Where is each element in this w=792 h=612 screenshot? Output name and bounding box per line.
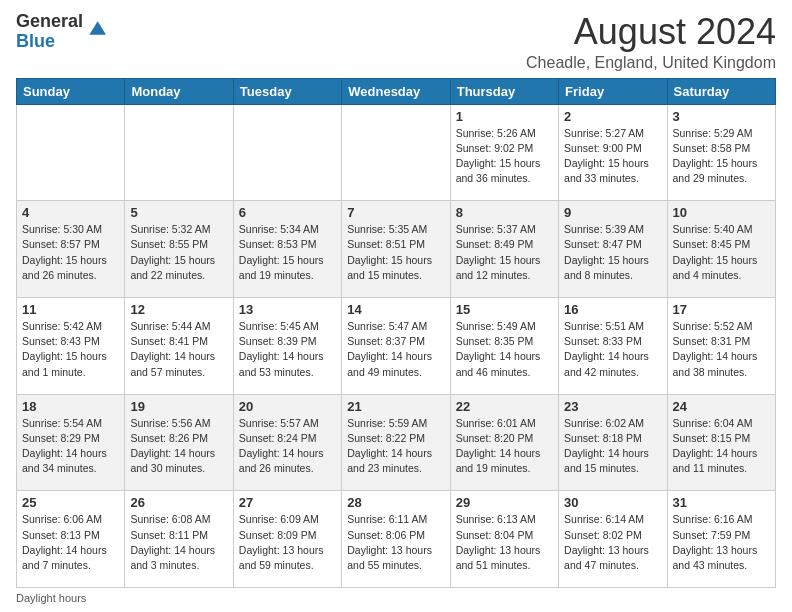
day-number: 8 [456,205,553,220]
day-info: Sunrise: 5:35 AM Sunset: 8:51 PM Dayligh… [347,222,444,283]
day-info: Sunrise: 6:13 AM Sunset: 8:04 PM Dayligh… [456,512,553,573]
calendar-cell-3-3: 13Sunrise: 5:45 AM Sunset: 8:39 PM Dayli… [233,297,341,394]
calendar-cell-5-5: 29Sunrise: 6:13 AM Sunset: 8:04 PM Dayli… [450,491,558,588]
calendar-cell-4-6: 23Sunrise: 6:02 AM Sunset: 8:18 PM Dayli… [559,394,667,491]
logo: General Blue [16,12,106,52]
calendar-cell-2-4: 7Sunrise: 5:35 AM Sunset: 8:51 PM Daylig… [342,201,450,298]
calendar-cell-5-2: 26Sunrise: 6:08 AM Sunset: 8:11 PM Dayli… [125,491,233,588]
day-number: 6 [239,205,336,220]
day-number: 19 [130,399,227,414]
day-info: Sunrise: 6:16 AM Sunset: 7:59 PM Dayligh… [673,512,770,573]
day-info: Sunrise: 5:52 AM Sunset: 8:31 PM Dayligh… [673,319,770,380]
day-info: Sunrise: 5:57 AM Sunset: 8:24 PM Dayligh… [239,416,336,477]
day-info: Sunrise: 6:08 AM Sunset: 8:11 PM Dayligh… [130,512,227,573]
calendar-body: 1Sunrise: 5:26 AM Sunset: 9:02 PM Daylig… [17,104,776,587]
calendar-cell-3-4: 14Sunrise: 5:47 AM Sunset: 8:37 PM Dayli… [342,297,450,394]
calendar-cell-4-5: 22Sunrise: 6:01 AM Sunset: 8:20 PM Dayli… [450,394,558,491]
day-info: Sunrise: 5:49 AM Sunset: 8:35 PM Dayligh… [456,319,553,380]
calendar-cell-5-3: 27Sunrise: 6:09 AM Sunset: 8:09 PM Dayli… [233,491,341,588]
calendar-cell-5-7: 31Sunrise: 6:16 AM Sunset: 7:59 PM Dayli… [667,491,775,588]
day-number: 21 [347,399,444,414]
calendar-cell-1-2 [125,104,233,201]
day-info: Sunrise: 6:04 AM Sunset: 8:15 PM Dayligh… [673,416,770,477]
calendar-cell-1-7: 3Sunrise: 5:29 AM Sunset: 8:58 PM Daylig… [667,104,775,201]
calendar-cell-3-5: 15Sunrise: 5:49 AM Sunset: 8:35 PM Dayli… [450,297,558,394]
calendar-cell-5-1: 25Sunrise: 6:06 AM Sunset: 8:13 PM Dayli… [17,491,125,588]
week-row-4: 18Sunrise: 5:54 AM Sunset: 8:29 PM Dayli… [17,394,776,491]
calendar-cell-1-3 [233,104,341,201]
day-info: Sunrise: 5:45 AM Sunset: 8:39 PM Dayligh… [239,319,336,380]
day-info: Sunrise: 6:14 AM Sunset: 8:02 PM Dayligh… [564,512,661,573]
day-number: 17 [673,302,770,317]
day-number: 31 [673,495,770,510]
day-number: 27 [239,495,336,510]
logo-text: General Blue [16,12,106,52]
day-info: Sunrise: 5:51 AM Sunset: 8:33 PM Dayligh… [564,319,661,380]
header-wednesday: Wednesday [342,78,450,104]
day-info: Sunrise: 5:27 AM Sunset: 9:00 PM Dayligh… [564,126,661,187]
day-number: 14 [347,302,444,317]
day-number: 9 [564,205,661,220]
calendar-cell-2-2: 5Sunrise: 5:32 AM Sunset: 8:55 PM Daylig… [125,201,233,298]
calendar-cell-2-6: 9Sunrise: 5:39 AM Sunset: 8:47 PM Daylig… [559,201,667,298]
day-number: 20 [239,399,336,414]
day-number: 11 [22,302,119,317]
day-number: 24 [673,399,770,414]
day-number: 28 [347,495,444,510]
header-friday: Friday [559,78,667,104]
day-number: 30 [564,495,661,510]
day-number: 22 [456,399,553,414]
month-title: August 2024 [526,12,776,52]
calendar-cell-1-4 [342,104,450,201]
calendar-cell-1-1 [17,104,125,201]
calendar-cell-2-7: 10Sunrise: 5:40 AM Sunset: 8:45 PM Dayli… [667,201,775,298]
day-number: 3 [673,109,770,124]
header: General Blue August 2024 Cheadle, Englan… [16,12,776,72]
location: Cheadle, England, United Kingdom [526,54,776,72]
calendar-cell-3-1: 11Sunrise: 5:42 AM Sunset: 8:43 PM Dayli… [17,297,125,394]
day-info: Sunrise: 6:01 AM Sunset: 8:20 PM Dayligh… [456,416,553,477]
day-number: 5 [130,205,227,220]
day-info: Sunrise: 5:29 AM Sunset: 8:58 PM Dayligh… [673,126,770,187]
day-number: 7 [347,205,444,220]
header-monday: Monday [125,78,233,104]
day-number: 25 [22,495,119,510]
day-info: Sunrise: 5:42 AM Sunset: 8:43 PM Dayligh… [22,319,119,380]
weekday-header-row: Sunday Monday Tuesday Wednesday Thursday… [17,78,776,104]
day-number: 26 [130,495,227,510]
day-info: Sunrise: 5:59 AM Sunset: 8:22 PM Dayligh… [347,416,444,477]
day-number: 12 [130,302,227,317]
week-row-5: 25Sunrise: 6:06 AM Sunset: 8:13 PM Dayli… [17,491,776,588]
calendar-cell-4-4: 21Sunrise: 5:59 AM Sunset: 8:22 PM Dayli… [342,394,450,491]
calendar-cell-1-5: 1Sunrise: 5:26 AM Sunset: 9:02 PM Daylig… [450,104,558,201]
day-info: Sunrise: 5:26 AM Sunset: 9:02 PM Dayligh… [456,126,553,187]
day-number: 29 [456,495,553,510]
logo-general: General [16,11,83,31]
header-tuesday: Tuesday [233,78,341,104]
logo-blue: Blue [16,31,55,51]
day-number: 10 [673,205,770,220]
day-info: Sunrise: 5:47 AM Sunset: 8:37 PM Dayligh… [347,319,444,380]
day-number: 13 [239,302,336,317]
week-row-2: 4Sunrise: 5:30 AM Sunset: 8:57 PM Daylig… [17,201,776,298]
calendar-header: Sunday Monday Tuesday Wednesday Thursday… [17,78,776,104]
svg-marker-0 [89,21,106,34]
day-info: Sunrise: 5:39 AM Sunset: 8:47 PM Dayligh… [564,222,661,283]
day-info: Sunrise: 5:44 AM Sunset: 8:41 PM Dayligh… [130,319,227,380]
calendar-cell-5-4: 28Sunrise: 6:11 AM Sunset: 8:06 PM Dayli… [342,491,450,588]
logo-icon [86,18,106,38]
day-info: Sunrise: 5:32 AM Sunset: 8:55 PM Dayligh… [130,222,227,283]
day-info: Sunrise: 5:56 AM Sunset: 8:26 PM Dayligh… [130,416,227,477]
calendar-cell-4-7: 24Sunrise: 6:04 AM Sunset: 8:15 PM Dayli… [667,394,775,491]
day-number: 18 [22,399,119,414]
footer-note: Daylight hours [16,592,776,604]
calendar-cell-4-1: 18Sunrise: 5:54 AM Sunset: 8:29 PM Dayli… [17,394,125,491]
calendar-cell-4-3: 20Sunrise: 5:57 AM Sunset: 8:24 PM Dayli… [233,394,341,491]
calendar-cell-2-5: 8Sunrise: 5:37 AM Sunset: 8:49 PM Daylig… [450,201,558,298]
day-info: Sunrise: 5:54 AM Sunset: 8:29 PM Dayligh… [22,416,119,477]
calendar-cell-3-2: 12Sunrise: 5:44 AM Sunset: 8:41 PM Dayli… [125,297,233,394]
page: General Blue August 2024 Cheadle, Englan… [0,0,792,612]
header-sunday: Sunday [17,78,125,104]
title-block: August 2024 Cheadle, England, United Kin… [526,12,776,72]
calendar-cell-1-6: 2Sunrise: 5:27 AM Sunset: 9:00 PM Daylig… [559,104,667,201]
